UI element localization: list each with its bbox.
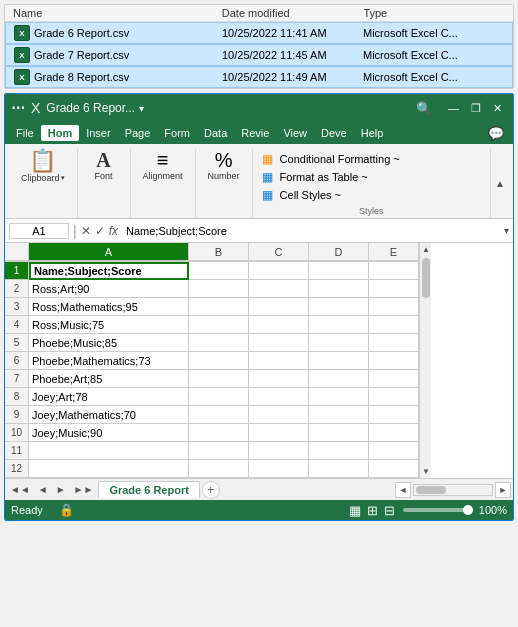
page-layout-button[interactable]: ⊞	[365, 503, 380, 518]
normal-view-button[interactable]: ▦	[347, 503, 363, 518]
cell-e3[interactable]	[369, 298, 419, 316]
cell-b9[interactable]	[189, 406, 249, 424]
cell-c1[interactable]	[249, 262, 309, 280]
cell-a9[interactable]: Joey;Mathematics;70	[29, 406, 189, 424]
cell-c4[interactable]	[249, 316, 309, 334]
tab-scroll-right[interactable]: ►	[495, 482, 511, 498]
cell-b2[interactable]	[189, 280, 249, 298]
cell-e7[interactable]	[369, 370, 419, 388]
zoom-slider[interactable]	[403, 508, 473, 512]
cell-e8[interactable]	[369, 388, 419, 406]
cell-e4[interactable]	[369, 316, 419, 334]
cell-d10[interactable]	[309, 424, 369, 442]
title-chevron-icon[interactable]: ▾	[139, 103, 144, 114]
cell-c2[interactable]	[249, 280, 309, 298]
cell-b8[interactable]	[189, 388, 249, 406]
menu-item-form[interactable]: Form	[157, 125, 197, 141]
col-header-d[interactable]: D	[309, 243, 369, 261]
cell-c6[interactable]	[249, 352, 309, 370]
cell-e1[interactable]	[369, 262, 419, 280]
scroll-down-arrow[interactable]: ▼	[420, 465, 431, 478]
col-header-e[interactable]: E	[369, 243, 419, 261]
cell-a10[interactable]: Joey;Music;90	[29, 424, 189, 442]
add-sheet-button[interactable]: +	[202, 481, 220, 499]
cell-e11[interactable]	[369, 442, 419, 460]
tab-scroll-left[interactable]: ◄	[395, 482, 411, 498]
file-row-1[interactable]: X Grade 6 Report.csv 10/25/2022 11:41 AM…	[5, 22, 513, 44]
cell-c7[interactable]	[249, 370, 309, 388]
cell-a12[interactable]	[29, 460, 189, 478]
menu-item-home[interactable]: Hom	[41, 125, 79, 141]
menu-item-view[interactable]: View	[276, 125, 314, 141]
cell-e5[interactable]	[369, 334, 419, 352]
cell-a6[interactable]: Phoebe;Mathematics;73	[29, 352, 189, 370]
cell-d9[interactable]	[309, 406, 369, 424]
col-header-c[interactable]: C	[249, 243, 309, 261]
cell-a11[interactable]	[29, 442, 189, 460]
cell-b11[interactable]	[189, 442, 249, 460]
menu-item-page[interactable]: Page	[118, 125, 158, 141]
formula-check-icon[interactable]: ✕ ✓	[81, 224, 105, 238]
menu-item-insert[interactable]: Inser	[79, 125, 117, 141]
cell-a2[interactable]: Ross;Art;90	[29, 280, 189, 298]
formula-input[interactable]	[122, 224, 500, 238]
cell-b1[interactable]	[189, 262, 249, 280]
clipboard-button[interactable]: 📋 Clipboard ▾	[17, 148, 69, 185]
cell-e9[interactable]	[369, 406, 419, 424]
cell-a7[interactable]: Phoebe;Art;85	[29, 370, 189, 388]
cell-c5[interactable]	[249, 334, 309, 352]
menu-item-dev[interactable]: Deve	[314, 125, 354, 141]
cell-c10[interactable]	[249, 424, 309, 442]
cell-a5[interactable]: Phoebe;Music;85	[29, 334, 189, 352]
cell-c3[interactable]	[249, 298, 309, 316]
tab-nav-prev[interactable]: ◄	[35, 484, 51, 495]
cell-b7[interactable]	[189, 370, 249, 388]
cell-c12[interactable]	[249, 460, 309, 478]
cell-d3[interactable]	[309, 298, 369, 316]
cell-d11[interactable]	[309, 442, 369, 460]
cell-b3[interactable]	[189, 298, 249, 316]
cell-styles-button[interactable]: ▦ Cell Styles ~	[257, 186, 487, 204]
menu-dots-icon[interactable]: ⋯	[11, 100, 25, 116]
h-scrollbar[interactable]	[413, 484, 493, 496]
cell-a8[interactable]: Joey;Art;78	[29, 388, 189, 406]
tab-nav-last[interactable]: ►►	[71, 484, 97, 495]
col-header-a[interactable]: A	[29, 243, 189, 261]
alignment-button[interactable]: ≡ Alignment	[139, 148, 187, 183]
maximize-button[interactable]: ❐	[466, 100, 486, 117]
number-button[interactable]: % Number	[204, 148, 244, 183]
cell-a3[interactable]: Ross;Mathematics;95	[29, 298, 189, 316]
tab-nav-first[interactable]: ◄◄	[7, 484, 33, 495]
ribbon-collapse-button[interactable]: ▲	[491, 148, 509, 218]
cell-b12[interactable]	[189, 460, 249, 478]
cell-b5[interactable]	[189, 334, 249, 352]
cell-c9[interactable]	[249, 406, 309, 424]
cell-b10[interactable]	[189, 424, 249, 442]
menu-item-help[interactable]: Help	[354, 125, 391, 141]
cell-a4[interactable]: Ross;Music;75	[29, 316, 189, 334]
cell-d7[interactable]	[309, 370, 369, 388]
sheet-tab[interactable]: Grade 6 Report	[98, 481, 199, 498]
scroll-up-arrow[interactable]: ▲	[420, 243, 431, 256]
cell-d4[interactable]	[309, 316, 369, 334]
formula-dropdown-icon[interactable]: ▾	[504, 225, 509, 236]
status-protect-icon[interactable]: 🔒	[59, 503, 74, 517]
vertical-scrollbar[interactable]: ▲ ▼	[419, 243, 431, 478]
cell-b6[interactable]	[189, 352, 249, 370]
cell-c8[interactable]	[249, 388, 309, 406]
format-table-button[interactable]: ▦ Format as Table ~	[257, 168, 487, 186]
close-button[interactable]: ✕	[488, 100, 507, 117]
cell-d6[interactable]	[309, 352, 369, 370]
cell-c11[interactable]	[249, 442, 309, 460]
cell-e10[interactable]	[369, 424, 419, 442]
scroll-thumb[interactable]	[422, 258, 430, 298]
search-icon[interactable]: 🔍	[411, 99, 437, 118]
page-break-button[interactable]: ⊟	[382, 503, 397, 518]
cell-b4[interactable]	[189, 316, 249, 334]
col-header-b[interactable]: B	[189, 243, 249, 261]
cell-e2[interactable]	[369, 280, 419, 298]
minimize-button[interactable]: —	[443, 100, 464, 116]
cell-e6[interactable]	[369, 352, 419, 370]
menu-item-data[interactable]: Data	[197, 125, 234, 141]
feedback-icon[interactable]: 💬	[483, 124, 509, 143]
